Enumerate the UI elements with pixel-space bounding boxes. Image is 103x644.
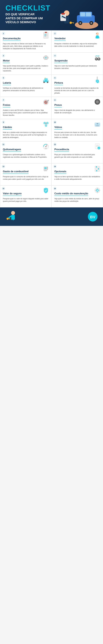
svg-point-83: [45, 146, 46, 147]
checklist-item-3: 3 Motor Veja quanto tempo leva para o ca…: [0, 52, 51, 75]
footer-logo: BV: [88, 212, 98, 222]
item-desc-8: Veja o nível de desgaste dos pneus, seu …: [54, 109, 100, 114]
item-desc-12: Peça por comprovantes do histórico do au…: [54, 154, 100, 158]
checklist-item-9: 9 Câmbio Note se o câmbio está com tranc…: [0, 119, 51, 141]
svg-point-94: [47, 166, 48, 168]
checklist-item-7: 7 Freios Acelere o carro até 50 km/h e d…: [0, 97, 51, 119]
svg-rect-22: [45, 32, 47, 33]
subtitle-line1: DO QUE VERIFICAR: [5, 12, 34, 16]
item-desc-13: Pesquise qual é o consumo de combustível…: [3, 176, 49, 180]
item-icon-glass: VIN CHASSI: [94, 120, 101, 128]
item-title-1: Documentação: [3, 37, 21, 41]
checklist-item-10: 10 VIN CHASSI Vidros Procure pelo número…: [51, 119, 103, 141]
svg-rect-100: [95, 170, 100, 172]
header: CHECKLIST DO QUE VERIFICAR ANTES DE COMP…: [0, 0, 103, 30]
item-desc-11: Cheque se a quilometragem do hodômetro c…: [3, 154, 49, 158]
svg-rect-107: [95, 190, 96, 190]
svg-rect-111: [11, 220, 13, 222]
svg-rect-52: [96, 80, 99, 82]
checklist-item-12: 12 Procedência Peça por comprovantes do …: [51, 141, 103, 163]
svg-rect-46: [44, 80, 45, 81]
svg-text:BV: BV: [90, 215, 96, 219]
item-number-6: 6: [53, 76, 57, 80]
checklist-item-8: 8 Pneus Veja o nível de desgaste dos pne…: [51, 97, 103, 119]
footer-illustration: [5, 210, 22, 223]
item-icon-fuel: [42, 164, 50, 172]
svg-rect-110: [11, 215, 15, 220]
svg-rect-47: [47, 80, 48, 81]
svg-point-89: [98, 147, 100, 150]
svg-rect-32: [43, 57, 44, 58]
svg-rect-42: [96, 56, 97, 59]
logo-circle: BV: [88, 212, 98, 222]
item-number-11: 11: [2, 143, 5, 146]
item-desc-4: Veja se o carro faz barulhos quando pass…: [54, 65, 100, 70]
svg-point-49: [47, 82, 48, 83]
svg-rect-95: [44, 170, 47, 170]
item-icon-gearbox: [42, 120, 50, 128]
item-number-7: 7: [2, 98, 5, 102]
item-title-9: Câmbio: [3, 126, 12, 130]
checklist-item-6: 6 Pintura Levante as borrachas da junção…: [51, 75, 103, 97]
checklist-item-5: 5 Lataria Verifique se a lataria tem pro…: [0, 75, 51, 97]
item-title-6: Pintura: [54, 82, 63, 85]
item-icon-doc: [42, 32, 50, 39]
svg-rect-112: [13, 220, 15, 222]
svg-point-36: [45, 57, 47, 58]
item-title-14: Opcionais: [54, 170, 66, 174]
item-number-13: 13: [2, 165, 5, 168]
checklist-item-4: 4 Suspensão Veja se o carro faz barulhos…: [51, 52, 103, 75]
svg-text:VIN: VIN: [97, 123, 98, 124]
svg-rect-37: [44, 59, 47, 60]
item-title-12: Procedência: [54, 148, 69, 152]
item-title-2: Vendedor: [54, 37, 66, 41]
item-desc-9: Note se o câmbio está com trancos ou fol…: [3, 131, 49, 139]
svg-rect-106: [97, 192, 98, 193]
item-number-8: 8: [53, 98, 57, 102]
svg-point-101: [96, 170, 97, 171]
item-desc-3: Veja quanto tempo leva para o carro part…: [3, 65, 49, 72]
svg-point-48: [43, 82, 45, 83]
item-number-9: 9: [2, 120, 5, 124]
header-title: CHECKLIST: [5, 4, 98, 12]
checklist-item-11: 11 km/h Quilometragem Cheque se a quilom…: [0, 141, 51, 163]
svg-point-75: [46, 125, 46, 126]
item-icon-insurance: [42, 186, 50, 194]
svg-rect-91: [44, 167, 47, 169]
svg-point-99: [98, 168, 99, 169]
item-number-5: 5: [2, 76, 5, 80]
item-icon-odometer: km/h: [42, 142, 50, 150]
svg-rect-108: [99, 190, 100, 190]
item-icon-person: [94, 32, 101, 39]
svg-rect-29: [96, 36, 97, 38]
svg-rect-105: [97, 188, 98, 189]
item-number-4: 4: [53, 54, 57, 57]
svg-text:km/h: km/h: [45, 148, 47, 149]
svg-rect-34: [45, 56, 46, 56]
subtitle-line3: VEÍCULO SEMINOVO: [5, 20, 36, 24]
item-number-1: 1: [2, 32, 5, 35]
checklist-item-1: 1 Documentação Faça uma consulta no Detr…: [0, 30, 51, 52]
item-desc-5: Verifique se a lataria tem problemas de …: [3, 87, 49, 92]
item-number-3: 3: [2, 54, 5, 57]
item-desc-2: Pesquise o histórico do vendedor, veja s…: [54, 42, 100, 48]
checklist-grid: 1 Documentação Faça uma consulta no Detr…: [0, 30, 103, 208]
item-desc-6: Levante as borrachas da junção do para-b…: [54, 87, 100, 94]
header-text: CHECKLIST DO QUE VERIFICAR ANTES DE COMP…: [5, 4, 98, 24]
svg-point-114: [6, 218, 8, 220]
checklist-item-14: 14 Opcionais Veja se os itens opcionais …: [51, 163, 103, 185]
item-icon-maintenance: [94, 186, 101, 194]
svg-line-113: [8, 216, 11, 218]
svg-point-104: [97, 190, 98, 191]
checklist-item-15: 15 Valor do seguro Pesquise qual é o val…: [0, 185, 51, 208]
item-title-8: Pneus: [54, 104, 62, 107]
svg-point-109: [11, 211, 15, 215]
item-title-15: Valor do seguro: [3, 192, 21, 196]
item-title-3: Motor: [3, 59, 10, 63]
item-icon-options: [94, 164, 101, 172]
svg-point-74: [47, 123, 48, 124]
item-number-15: 15: [2, 187, 5, 190]
item-icon-history: [94, 142, 101, 150]
item-desc-10: Procure pelo número do chassi no vidro d…: [54, 131, 100, 139]
svg-rect-43: [98, 56, 99, 59]
